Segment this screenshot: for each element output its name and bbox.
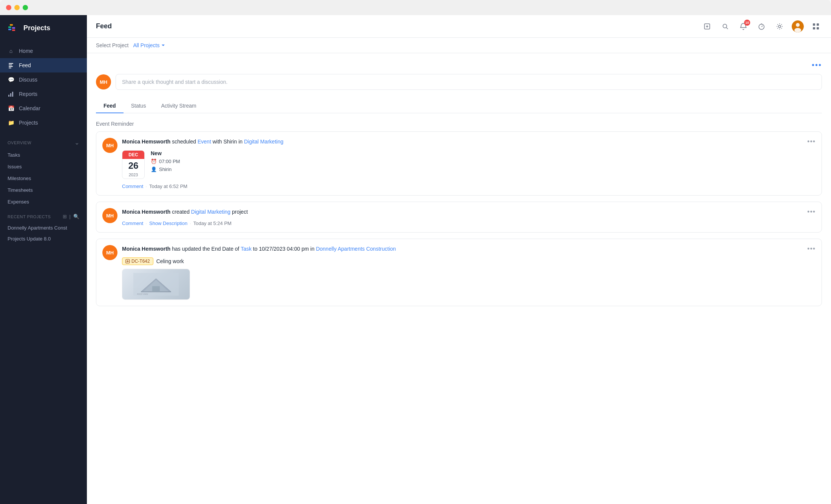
task-badge-row: DC-T642 Celing work [122, 257, 803, 265]
feed-3-action-pre: has updated the End Date of [172, 246, 241, 252]
feed-1-comment-link[interactable]: Comment [122, 183, 143, 189]
feed-2-project-link[interactable]: Digital Marketing [191, 209, 230, 215]
user-avatar[interactable] [792, 20, 804, 32]
close-button[interactable] [6, 5, 11, 10]
cal-month: Dec [122, 151, 144, 159]
sidebar-item-tasks[interactable]: Tasks [0, 149, 87, 161]
feed-3-task-link[interactable]: Task [241, 246, 252, 252]
svg-rect-6 [9, 65, 12, 65]
notifications-button[interactable]: 10 [737, 20, 749, 32]
chevron-down-icon [161, 43, 165, 48]
feed-3-avatar: MH [102, 245, 117, 260]
all-projects-button[interactable]: All Projects [133, 42, 165, 48]
sidebar-item-calendar-label: Calendar [19, 105, 40, 111]
feed-card-2-title: Monica Hemsworth created Digital Marketi… [122, 208, 803, 216]
recent-projects-label: Recent Projects [8, 214, 51, 219]
logo-icon [8, 22, 20, 34]
feed-3-options-button[interactable]: ••• [807, 245, 816, 253]
compose-area: MH Share a quick thought and start a dis… [96, 74, 822, 90]
recent-item-donnelly[interactable]: Donnelly Apartments Const [0, 222, 87, 233]
top-more-options: ••• [96, 61, 822, 69]
select-project-label: Select Project [96, 42, 128, 48]
app-title: Projects [23, 24, 50, 32]
feed-2-comment-link[interactable]: Comment [122, 220, 143, 226]
sidebar-item-discuss[interactable]: 💬 Discuss [0, 72, 87, 87]
timer-button[interactable] [755, 20, 768, 32]
svg-rect-1 [8, 26, 11, 28]
grid-button[interactable] [810, 20, 822, 32]
tab-activity[interactable]: Activity Stream [153, 99, 204, 113]
feed-3-project-link[interactable]: Donnelly Apartments Construction [316, 246, 396, 252]
search-button[interactable] [719, 20, 731, 32]
filter-icon[interactable]: ⊞ [63, 214, 67, 219]
event-status: New [151, 150, 180, 156]
feed-2-timestamp: Today at 5:24 PM [193, 220, 232, 226]
feed-1-middle: with Shirin in [213, 139, 244, 145]
sidebar-item-home[interactable]: ⌂ Home [0, 44, 87, 58]
search-sidebar-icon[interactable]: 🔍 [73, 214, 80, 219]
recent-item-update[interactable]: Projects Update 8.0 [0, 233, 87, 244]
feed-1-project-link[interactable]: Digital Marketing [244, 139, 283, 145]
task-badge[interactable]: DC-T642 [122, 257, 153, 265]
discuss-icon: 💬 [8, 76, 14, 83]
feed-card-3-body: Monica Hemsworth has updated the End Dat… [122, 245, 803, 300]
feed-1-action: scheduled [172, 139, 198, 145]
sidebar: Projects ⌂ Home Feed 💬 Discuss Re [0, 15, 87, 504]
feed-card-1-body: Monica Hemsworth scheduled Event with Sh… [122, 138, 803, 189]
sidebar-item-reports[interactable]: Reports [0, 87, 87, 101]
feed-card-3-title: Monica Hemsworth has updated the End Dat… [122, 245, 803, 253]
svg-rect-10 [10, 93, 11, 97]
svg-rect-26 [813, 27, 815, 29]
settings-button[interactable] [774, 20, 786, 32]
recent-projects-section: Recent Projects ⊞ | 🔍 [0, 208, 87, 222]
feed-card-event: MH Monica Hemsworth scheduled Event with… [96, 131, 822, 196]
svg-line-19 [761, 26, 763, 27]
window-chrome [0, 0, 831, 15]
sidebar-item-projects[interactable]: 📁 Projects [0, 116, 87, 130]
sidebar-item-expenses[interactable]: Expenses [0, 196, 87, 208]
svg-rect-3 [12, 29, 15, 31]
feed-2-options-button[interactable]: ••• [807, 208, 816, 216]
sidebar-item-feed-label: Feed [19, 62, 31, 68]
feed-2-show-desc-link[interactable]: Show Description [149, 220, 187, 226]
sidebar-item-issues[interactable]: Issues [0, 161, 87, 173]
recent-section-actions: ⊞ | 🔍 [63, 214, 79, 219]
sidebar-item-milestones[interactable]: Milestones [0, 173, 87, 184]
notification-badge: 10 [744, 20, 750, 26]
compose-input[interactable]: Share a quick thought and start a discus… [116, 74, 822, 90]
feed-2-suffix: project [232, 209, 248, 215]
svg-point-15 [723, 24, 727, 28]
tab-status[interactable]: Status [124, 99, 154, 113]
header-actions: 10 [701, 20, 822, 32]
task-badge-icon [125, 259, 130, 264]
task-title: Celing work [156, 258, 184, 264]
more-options-button[interactable]: ••• [812, 61, 822, 69]
event-block: Dec 26 2023 New ⏰ 07:00 PM [122, 150, 803, 179]
sidebar-item-timesheets[interactable]: Timesheets [0, 184, 87, 196]
sub-nav: Tasks Issues Milestones Timesheets Expen… [0, 149, 87, 208]
feed-3-action-mid: to 10/27/2023 04:00 pm in [253, 246, 316, 252]
feed-1-options-button[interactable]: ••• [807, 138, 816, 146]
feed-area: ••• MH Share a quick thought and start a… [87, 53, 831, 504]
person-icon: 👤 [151, 166, 157, 172]
add-button[interactable] [701, 20, 713, 32]
svg-rect-7 [9, 66, 13, 67]
sidebar-item-projects-label: Projects [19, 120, 38, 126]
projects-icon: 📁 [8, 119, 14, 126]
maximize-button[interactable] [23, 5, 28, 10]
feed-card-2-footer: Comment · Show Description · Today at 5:… [122, 220, 803, 226]
sidebar-item-feed[interactable]: Feed [0, 58, 87, 72]
tab-feed[interactable]: Feed [96, 99, 124, 113]
cal-year: 2023 [122, 173, 144, 179]
page-title: Feed [96, 22, 112, 30]
sidebar-item-calendar[interactable]: 📅 Calendar [0, 101, 87, 116]
feed-card-2-header: MH Monica Hemsworth created Digital Mark… [102, 208, 816, 226]
feed-2-action: created [172, 209, 191, 215]
reports-icon [8, 91, 14, 97]
feed-1-event-link[interactable]: Event [198, 139, 211, 145]
separator-1: · [145, 183, 147, 189]
minimize-button[interactable] [14, 5, 20, 10]
feed-1-avatar: MH [102, 138, 117, 153]
svg-rect-11 [12, 92, 13, 97]
svg-rect-24 [813, 23, 815, 26]
